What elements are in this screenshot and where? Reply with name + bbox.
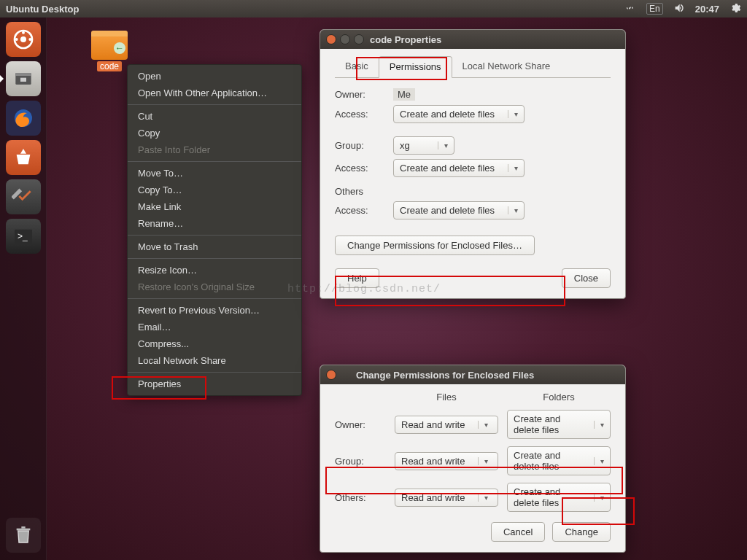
ctx-move-trash[interactable]: Move to Trash bbox=[128, 238, 301, 255]
tab-bar: Basic Permissions Local Network Share bbox=[335, 56, 611, 78]
access-label: Access: bbox=[335, 205, 393, 216]
owner-value: Me bbox=[393, 88, 415, 101]
tab-permissions[interactable]: Permissions bbox=[379, 56, 452, 78]
ctx-cut[interactable]: Cut bbox=[128, 108, 301, 125]
change-enclosed-button[interactable]: Change Permissions for Enclosed Files… bbox=[335, 236, 535, 255]
group-value: xg bbox=[400, 140, 410, 151]
chevron-down-icon: ▾ bbox=[594, 494, 604, 502]
help-button[interactable]: Help bbox=[335, 268, 379, 288]
chevron-down-icon: ▾ bbox=[478, 457, 488, 465]
ctx-properties[interactable]: Properties bbox=[128, 376, 301, 392]
chevron-down-icon: ▾ bbox=[594, 457, 604, 465]
chevron-down-icon: ▾ bbox=[438, 141, 448, 149]
terminal-icon[interactable]: >_ bbox=[6, 219, 41, 254]
owner-label: Owner: bbox=[335, 419, 386, 430]
group-label: Group: bbox=[335, 140, 393, 151]
dash-icon[interactable] bbox=[6, 22, 41, 57]
firefox-icon[interactable] bbox=[6, 101, 41, 136]
ctx-local-network-share[interactable]: Local Network Share bbox=[128, 352, 301, 369]
ctx-rename[interactable]: Rename… bbox=[128, 215, 301, 232]
ctx-restore-icon: Restore Icon's Original Size bbox=[128, 279, 301, 295]
ctx-compress[interactable]: Compress... bbox=[128, 335, 301, 352]
access-label: Access: bbox=[335, 163, 393, 174]
group-files-select[interactable]: Read and write▾ bbox=[395, 452, 498, 470]
ctx-copy[interactable]: Copy bbox=[128, 125, 301, 141]
svg-rect-6 bbox=[15, 73, 31, 76]
ctx-make-link[interactable]: Make Link bbox=[128, 198, 301, 215]
trash-icon[interactable] bbox=[6, 518, 41, 553]
separator bbox=[128, 235, 301, 236]
desktop-folder-code[interactable]: code bbox=[88, 31, 131, 71]
maximize-icon[interactable] bbox=[354, 34, 364, 44]
svg-point-4 bbox=[22, 31, 25, 34]
group-label: Group: bbox=[335, 456, 386, 467]
close-icon[interactable] bbox=[326, 370, 336, 380]
group-folders-select[interactable]: Create and delete files▾ bbox=[507, 446, 611, 475]
others-access-select[interactable]: Create and delete files ▾ bbox=[393, 201, 525, 219]
ctx-resize-icon[interactable]: Resize Icon… bbox=[128, 262, 301, 279]
svg-point-3 bbox=[28, 38, 31, 41]
owner-files-select[interactable]: Read and write▾ bbox=[395, 416, 498, 434]
chevron-down-icon: ▾ bbox=[508, 164, 518, 172]
owner-access-select[interactable]: Create and delete files ▾ bbox=[393, 105, 525, 123]
svg-rect-7 bbox=[20, 78, 26, 82]
chevron-down-icon: ▾ bbox=[508, 110, 518, 118]
owner-access-value: Create and delete files bbox=[400, 109, 495, 120]
close-icon[interactable] bbox=[326, 34, 336, 44]
others-files-select[interactable]: Read and write▾ bbox=[395, 489, 498, 507]
files-header: Files bbox=[395, 392, 498, 402]
separator bbox=[128, 298, 301, 299]
ctx-open-with[interactable]: Open With Other Application… bbox=[128, 85, 301, 101]
ctx-copy-to[interactable]: Copy To… bbox=[128, 182, 301, 198]
others-label: Others: bbox=[335, 492, 386, 503]
svg-rect-12 bbox=[16, 529, 30, 531]
window-titlebar[interactable]: Change Permissions for Enclosed Files bbox=[320, 365, 625, 384]
minimize-icon[interactable] bbox=[340, 34, 350, 44]
context-menu: Open Open With Other Application… Cut Co… bbox=[127, 64, 302, 396]
active-window-title: Ubuntu Desktop bbox=[6, 4, 79, 15]
folders-header: Folders bbox=[507, 392, 611, 402]
change-permissions-window: Change Permissions for Enclosed Files Fi… bbox=[320, 365, 626, 553]
properties-window: code Properties Basic Permissions Local … bbox=[320, 29, 626, 299]
svg-point-1 bbox=[20, 36, 26, 42]
window-titlebar[interactable]: code Properties bbox=[320, 30, 625, 49]
close-button[interactable]: Close bbox=[562, 268, 611, 288]
ctx-open[interactable]: Open bbox=[128, 68, 301, 85]
svg-text:>_: >_ bbox=[18, 231, 28, 241]
ctx-move-to[interactable]: Move To… bbox=[128, 165, 301, 182]
ctx-email[interactable]: Email… bbox=[128, 319, 301, 335]
cancel-button[interactable]: Cancel bbox=[491, 522, 545, 542]
group-access-select[interactable]: Create and delete files ▾ bbox=[393, 159, 525, 177]
group-select[interactable]: xg ▾ bbox=[393, 136, 454, 155]
folder-label: code bbox=[97, 61, 122, 71]
clock[interactable]: 20:47 bbox=[695, 4, 719, 15]
separator bbox=[128, 104, 301, 105]
tab-local-network-share[interactable]: Local Network Share bbox=[452, 56, 561, 78]
folder-icon bbox=[91, 31, 128, 60]
separator bbox=[128, 258, 301, 259]
owner-folders-select[interactable]: Create and delete files▾ bbox=[507, 410, 611, 439]
ctx-revert[interactable]: Revert to Previous Version… bbox=[128, 302, 301, 319]
svg-rect-13 bbox=[21, 526, 25, 529]
others-header: Others bbox=[335, 186, 611, 197]
owner-label: Owner: bbox=[335, 89, 393, 100]
window-title: Change Permissions for Enclosed Files bbox=[356, 370, 534, 381]
tab-basic[interactable]: Basic bbox=[335, 56, 379, 78]
chevron-down-icon: ▾ bbox=[478, 494, 488, 502]
change-button[interactable]: Change bbox=[552, 522, 611, 542]
settings-icon[interactable] bbox=[6, 179, 41, 214]
others-folders-select[interactable]: Create and delete files▾ bbox=[507, 483, 611, 512]
separator bbox=[128, 372, 301, 373]
chevron-down-icon: ▾ bbox=[478, 421, 488, 429]
svg-point-2 bbox=[15, 38, 18, 41]
group-access-value: Create and delete files bbox=[400, 163, 495, 174]
keyboard-indicator[interactable]: En bbox=[646, 3, 663, 15]
ctx-paste-into: Paste Into Folder bbox=[128, 141, 301, 158]
top-menu-bar: Ubuntu Desktop En 20:47 bbox=[0, 0, 747, 18]
software-center-icon[interactable] bbox=[6, 140, 41, 175]
gear-icon[interactable] bbox=[729, 2, 741, 16]
files-icon[interactable] bbox=[6, 61, 41, 96]
sound-icon[interactable] bbox=[673, 2, 685, 16]
access-label: Access: bbox=[335, 109, 393, 120]
network-icon[interactable] bbox=[624, 2, 636, 16]
